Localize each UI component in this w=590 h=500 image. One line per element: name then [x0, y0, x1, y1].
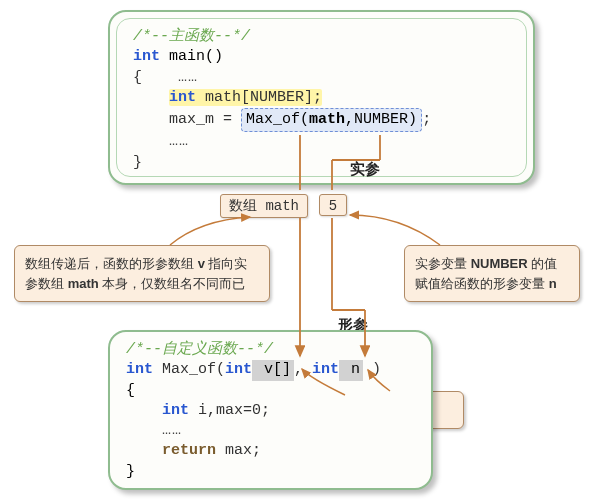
brace-open: {	[133, 69, 142, 86]
param-n: n	[339, 360, 363, 380]
param-v: v[]	[252, 360, 294, 380]
note-value-pass: 实参变量 NUMBER 的值赋值给函数的形参变量 n	[404, 245, 580, 302]
dots1: ……	[178, 69, 198, 86]
value-box-five: 5	[319, 194, 347, 216]
main-function-panel: /*--主函数--*/ int main() { …… int math[NUM…	[108, 10, 535, 185]
dots2: ……	[169, 133, 189, 150]
main-comment: /*--主函数--*/	[133, 28, 250, 45]
note-array-pass: 数组传递后，函数的形参数组 v 指向实参数组 math 本身，仅数组名不同而已	[14, 245, 270, 302]
panel-inner-border: /*--主函数--*/ int main() { …… int math[NUM…	[116, 18, 527, 177]
udf-code: /*--自定义函数--*/ int Max_of(int v[], int n …	[126, 340, 415, 482]
udf-panel: /*--自定义函数--*/ int Max_of(int v[], int n …	[108, 330, 433, 490]
value-box-math: 数组 math	[220, 194, 308, 218]
kw-int: int	[133, 48, 160, 65]
label-actual-param: 实参	[350, 160, 380, 179]
call-expression: Max_of(math,NUMBER)	[241, 108, 422, 132]
main-code: /*--主函数--*/ int main() { …… int math[NUM…	[133, 27, 510, 173]
udf-comment: /*--自定义函数--*/	[126, 341, 273, 358]
assign-lhs: max_m =	[169, 111, 241, 128]
array-decl: int math[NUMBER];	[169, 89, 322, 106]
arg-math: math	[309, 111, 345, 128]
arg-number: NUMBER	[354, 111, 408, 128]
brace-close: }	[133, 154, 142, 171]
main-name: main()	[160, 48, 223, 65]
